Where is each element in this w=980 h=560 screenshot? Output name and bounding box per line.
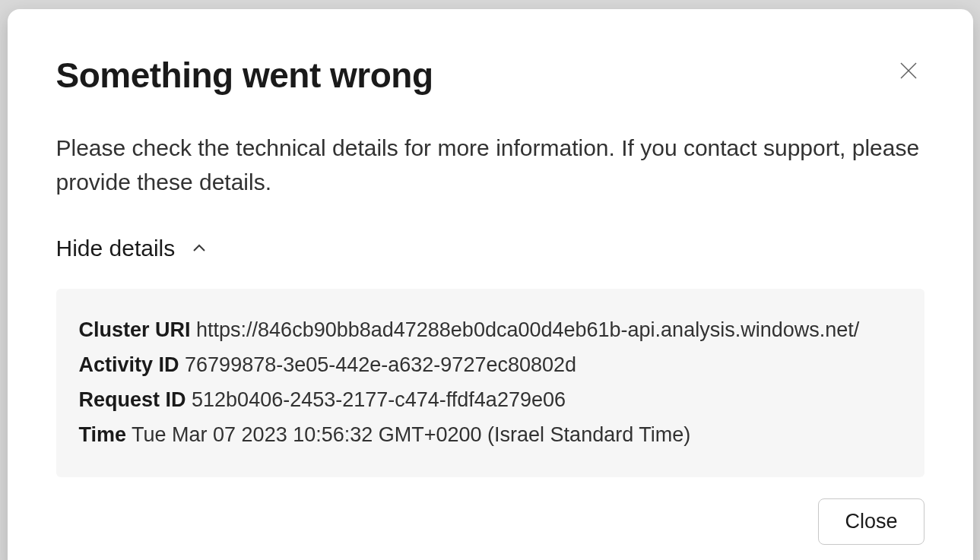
- detail-row-time: Time Tue Mar 07 2023 10:56:32 GMT+0200 (…: [79, 418, 902, 453]
- detail-value: https://846cb90bb8ad47288eb0dca00d4eb61b…: [196, 318, 859, 341]
- detail-row-activity-id: Activity ID 76799878-3e05-442e-a632-9727…: [79, 348, 902, 383]
- detail-label: Request ID: [79, 388, 186, 411]
- dialog-message: Please check the technical details for m…: [56, 131, 924, 199]
- close-button[interactable]: Close: [818, 498, 924, 545]
- dialog-title: Something went wrong: [56, 55, 433, 96]
- detail-label: Activity ID: [79, 353, 179, 376]
- dialog-footer: Close: [56, 498, 924, 545]
- detail-value: Tue Mar 07 2023 10:56:32 GMT+0200 (Israe…: [132, 423, 690, 446]
- details-panel: Cluster URI https://846cb90bb8ad47288eb0…: [56, 289, 924, 477]
- error-dialog: Something went wrong Please check the te…: [8, 9, 973, 560]
- detail-label: Cluster URI: [79, 318, 191, 341]
- detail-row-request-id: Request ID 512b0406-2453-2177-c474-ffdf4…: [79, 383, 902, 418]
- details-toggle[interactable]: Hide details: [56, 236, 209, 261]
- modal-backdrop: Something went wrong Please check the te…: [0, 0, 980, 560]
- detail-label: Time: [79, 423, 127, 446]
- detail-row-cluster-uri: Cluster URI https://846cb90bb8ad47288eb0…: [79, 313, 902, 348]
- close-icon-button[interactable]: [893, 55, 924, 87]
- detail-value: 512b0406-2453-2177-c474-ffdf4a279e06: [192, 388, 566, 411]
- detail-value: 76799878-3e05-442e-a632-9727ec80802d: [185, 353, 576, 376]
- close-icon: [897, 59, 920, 82]
- chevron-up-icon: [190, 239, 208, 258]
- details-toggle-label: Hide details: [56, 236, 176, 261]
- dialog-header: Something went wrong: [56, 55, 924, 96]
